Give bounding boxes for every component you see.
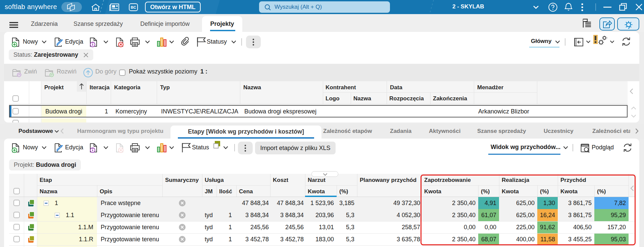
svg-text:BC: BC [131,5,136,9]
